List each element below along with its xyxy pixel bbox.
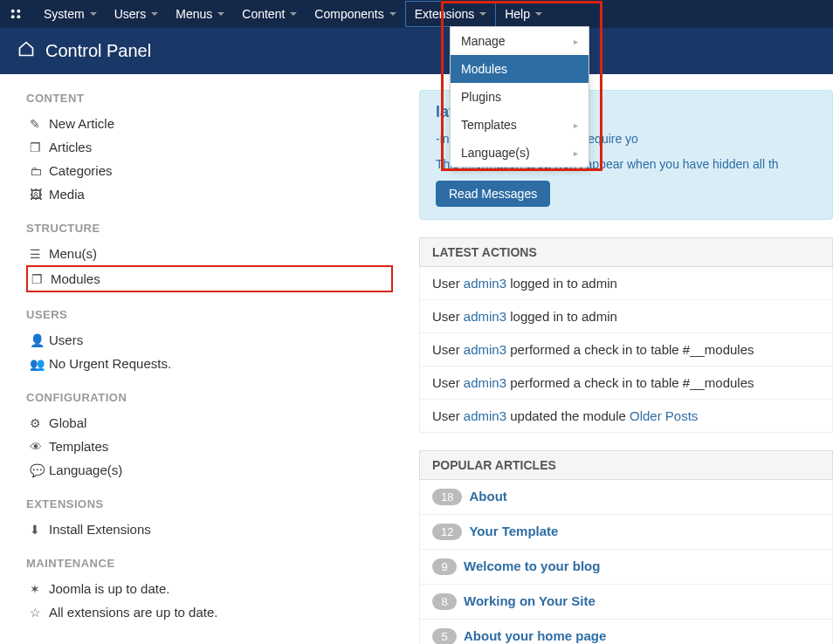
latest-actions-title: LATEST ACTIONS	[419, 237, 833, 267]
latest-actions-panel: LATEST ACTIONS User admin3 logged in to …	[419, 237, 833, 433]
caret-down-icon	[479, 12, 486, 16]
caret-down-icon	[389, 12, 396, 16]
action-row: User admin3 logged in to admin	[419, 267, 833, 300]
pencil-icon: ✎	[30, 117, 49, 131]
user-link[interactable]: admin3	[464, 375, 506, 390]
dropdown-languages[interactable]: Language(s)▸	[451, 139, 589, 167]
gear-icon: ⚙	[30, 416, 49, 430]
sidebar-global[interactable]: ⚙Global	[26, 411, 393, 435]
section-structure: STRUCTURE	[26, 222, 393, 235]
article-link[interactable]: Your Template	[469, 524, 558, 538]
svg-point-2	[11, 15, 15, 18]
count-badge: 12	[432, 524, 462, 540]
module-link[interactable]: Older Posts	[630, 408, 698, 423]
caret-down-icon	[151, 12, 158, 16]
user-icon: 👤	[30, 333, 49, 347]
star-icon: ☆	[30, 606, 49, 620]
action-row: User admin3 performed a check in to tabl…	[419, 333, 833, 367]
caret-down-icon	[535, 12, 542, 16]
menu-system[interactable]: System	[35, 1, 106, 27]
sidebar-templates[interactable]: 👁Templates	[26, 435, 393, 458]
article-link[interactable]: Welcome to your blog	[464, 558, 600, 573]
dropdown-plugins[interactable]: Plugins	[451, 83, 589, 111]
svg-point-3	[17, 15, 20, 18]
popular-articles-panel: POPULAR ARTICLES 18About12Your Template9…	[419, 450, 833, 644]
menu-content[interactable]: Content	[233, 1, 306, 27]
folder-icon: 🗀	[30, 164, 49, 178]
sidebar: CONTENT ✎New Article ❐Articles 🗀Categori…	[0, 74, 419, 644]
action-row: User admin3 performed a check in to tabl…	[419, 367, 833, 400]
user-link[interactable]: admin3	[464, 309, 506, 324]
extensions-dropdown: Manage▸ModulesPluginsTemplates▸Language(…	[450, 26, 589, 168]
popular-title: POPULAR ARTICLES	[419, 450, 833, 480]
sidebar-no-urgent[interactable]: 👥No Urgent Requests.	[26, 352, 393, 375]
users-icon: 👥	[30, 357, 49, 371]
caret-down-icon	[90, 12, 97, 16]
count-badge: 5	[432, 628, 457, 644]
dropdown-templates[interactable]: Templates▸	[451, 111, 589, 139]
chat-icon: 💬	[30, 463, 49, 477]
popular-row: 9Welcome to your blog	[419, 550, 833, 585]
sidebar-modules[interactable]: ❒Modules	[26, 265, 393, 292]
count-badge: 9	[432, 558, 457, 575]
sidebar-users[interactable]: 👤Users	[26, 328, 393, 352]
menu-menus[interactable]: Menus	[167, 1, 233, 27]
list-icon: ☰	[30, 247, 49, 261]
action-row: User admin3 updated the module Older Pos…	[419, 400, 833, 433]
user-link[interactable]: admin3	[464, 276, 506, 291]
section-users: USERS	[26, 308, 393, 321]
article-link[interactable]: Working on Your Site	[464, 593, 595, 608]
popular-row: 5About your home page	[419, 620, 833, 644]
read-messages-button[interactable]: Read Messages	[436, 181, 550, 207]
caret-down-icon	[290, 12, 297, 16]
menu-components[interactable]: Components	[306, 1, 404, 27]
user-link[interactable]: admin3	[464, 342, 506, 357]
section-maintenance: MAINTENANCE	[26, 557, 393, 570]
sidebar-menus[interactable]: ☰Menu(s)	[26, 242, 393, 265]
section-config: CONFIGURATION	[26, 391, 393, 404]
caret-down-icon	[217, 12, 224, 16]
sidebar-media[interactable]: 🖼Media	[26, 182, 393, 206]
svg-point-0	[11, 10, 15, 13]
chevron-right-icon: ▸	[574, 37, 578, 46]
sidebar-ext-uptodate[interactable]: ☆All extensions are up to date.	[26, 600, 393, 624]
sidebar-categories[interactable]: 🗀Categories	[26, 159, 393, 182]
popular-row: 12Your Template	[419, 515, 833, 550]
sidebar-new-article[interactable]: ✎New Article	[26, 112, 393, 135]
action-row: User admin3 logged in to admin	[419, 300, 833, 333]
sidebar-articles[interactable]: ❐Articles	[26, 135, 393, 159]
page-header: Control Panel	[0, 28, 833, 74]
stack-icon: ❐	[30, 140, 49, 154]
image-icon: 🖼	[30, 188, 49, 202]
chevron-right-icon: ▸	[574, 120, 578, 130]
user-link[interactable]: admin3	[464, 408, 506, 423]
top-menu-bar: SystemUsersMenusContentComponentsExtensi…	[0, 0, 833, 28]
chevron-right-icon: ▸	[574, 148, 578, 158]
section-extensions: EXTENSIONS	[26, 497, 393, 510]
sidebar-install-ext[interactable]: ⬇Install Extensions	[26, 517, 393, 541]
menu-help[interactable]: Help	[496, 1, 551, 27]
article-link[interactable]: About	[469, 489, 506, 504]
page-title: Control Panel	[45, 41, 151, 61]
cube-icon: ❒	[31, 272, 51, 286]
dropdown-modules[interactable]: Modules	[451, 55, 589, 83]
dropdown-manage[interactable]: Manage▸	[451, 27, 589, 55]
popular-row: 8Working on Your Site	[419, 585, 833, 620]
menu-users[interactable]: Users	[106, 1, 168, 27]
joomla-icon: ✶	[30, 582, 49, 596]
menu-extensions[interactable]: Extensions	[405, 1, 496, 27]
sidebar-joomla-uptodate[interactable]: ✶Joomla is up to date.	[26, 577, 393, 600]
svg-point-1	[17, 10, 20, 13]
home-icon	[17, 40, 35, 62]
eye-icon: 👁	[30, 440, 49, 454]
sidebar-languages[interactable]: 💬Language(s)	[26, 458, 393, 482]
count-badge: 18	[432, 489, 462, 505]
popular-row: 18About	[419, 480, 833, 515]
count-badge: 8	[432, 593, 457, 610]
article-link[interactable]: About your home page	[464, 628, 606, 643]
section-content: CONTENT	[26, 92, 393, 105]
joomla-logo-icon	[7, 5, 24, 23]
download-icon: ⬇	[30, 523, 49, 537]
